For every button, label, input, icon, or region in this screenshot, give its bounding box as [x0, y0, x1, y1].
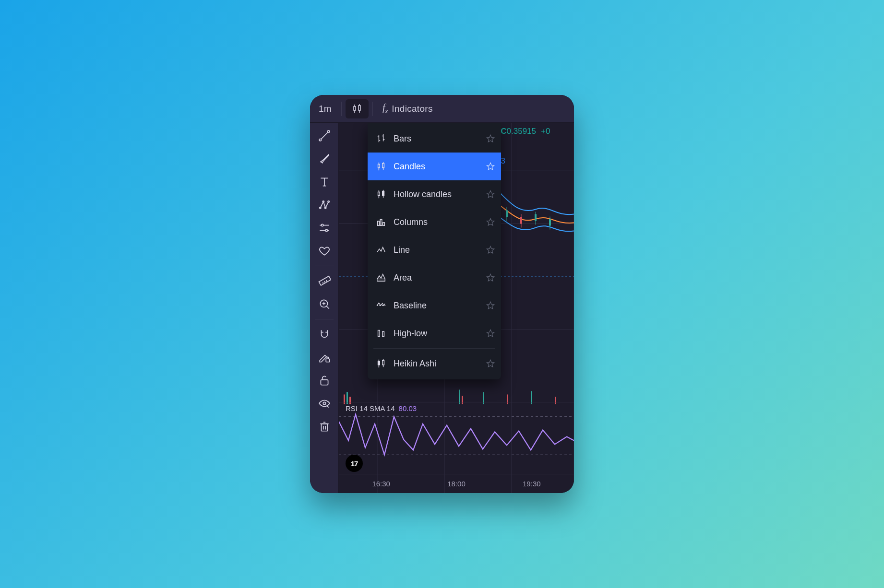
- trash-tool[interactable]: [313, 415, 335, 437]
- text-icon: [318, 176, 331, 188]
- svg-point-7: [327, 130, 329, 132]
- svg-rect-31: [321, 380, 328, 385]
- svg-rect-1: [354, 106, 356, 110]
- text-tool[interactable]: [313, 171, 335, 193]
- menu-label: Candles: [394, 162, 479, 172]
- chart-style-button[interactable]: [346, 99, 369, 118]
- menu-label: Bars: [394, 134, 479, 144]
- interval-button[interactable]: 1m: [313, 100, 337, 118]
- magnet-tool[interactable]: [313, 323, 335, 345]
- visibility-tool[interactable]: [313, 392, 335, 414]
- svg-line-22: [324, 281, 325, 282]
- time-axis: 16:30 18:00 19:30: [339, 474, 574, 493]
- svg-rect-64: [520, 217, 522, 224]
- toolstrip-divider: [315, 319, 334, 319]
- ruler-tool[interactable]: [313, 270, 335, 292]
- app-body: 35890 C0.35915 +0 9 0.35653: [310, 123, 574, 493]
- pencil-lock-tool[interactable]: [313, 346, 335, 368]
- svg-rect-62: [506, 210, 508, 217]
- menu-item-candles[interactable]: Candles: [368, 153, 501, 180]
- brush-icon: [318, 153, 331, 165]
- menu-item-hollow-candles[interactable]: Hollow candles: [368, 180, 501, 208]
- menu-label: Hollow candles: [394, 189, 479, 200]
- svg-point-17: [321, 224, 323, 226]
- menu-item-heikin-ashi[interactable]: Heikin Ashi: [368, 350, 501, 377]
- menu-item-line[interactable]: Line: [368, 236, 501, 264]
- ruler-icon: [318, 275, 331, 287]
- svg-rect-66: [535, 214, 537, 221]
- favorite-toggle[interactable]: [486, 273, 495, 282]
- menu-item-columns[interactable]: Columns: [368, 208, 501, 236]
- menu-item-baseline[interactable]: Baseline: [368, 292, 501, 319]
- menu-item-area[interactable]: Area: [368, 264, 501, 292]
- line-icon: [375, 245, 387, 255]
- menu-item-high-low[interactable]: High-low: [368, 319, 501, 347]
- menu-label: Line: [394, 245, 479, 255]
- svg-rect-89: [378, 221, 380, 225]
- svg-rect-101: [382, 361, 384, 365]
- menu-item-bars[interactable]: Bars: [368, 125, 501, 153]
- favorite-toggle[interactable]: [486, 134, 495, 143]
- area-icon: [375, 272, 387, 283]
- indicators-button[interactable]: fx Indicators: [377, 98, 439, 119]
- favorite-toggle[interactable]: [486, 359, 495, 368]
- eye-icon: [318, 397, 331, 410]
- menu-label: High-low: [394, 329, 479, 339]
- svg-rect-96: [382, 331, 384, 336]
- chart-style-menu: Bars Candles Hollow candles Columns: [368, 123, 501, 379]
- svg-point-32: [323, 402, 325, 404]
- favorite-toggle[interactable]: [486, 162, 495, 171]
- chart-area[interactable]: 35890 C0.35915 +0 9 0.35653: [339, 123, 574, 493]
- heart-icon: [318, 245, 331, 257]
- tradingview-badge[interactable]: 17: [346, 455, 363, 472]
- lock-open-icon: [318, 374, 331, 387]
- menu-label: Baseline: [394, 301, 479, 311]
- brush-tool[interactable]: [313, 148, 335, 170]
- rsi-panel: RSI 14 SMA 14 80.03: [339, 402, 574, 474]
- svg-rect-33: [321, 424, 327, 431]
- zoom-tool[interactable]: [313, 293, 335, 315]
- candles-icon: [375, 161, 387, 172]
- svg-rect-87: [382, 191, 384, 196]
- pattern-tool[interactable]: [313, 194, 335, 216]
- svg-rect-78: [378, 164, 380, 167]
- svg-rect-98: [378, 361, 380, 365]
- svg-line-21: [322, 282, 323, 283]
- high-low-icon: [375, 328, 387, 339]
- toolbar-divider: [372, 102, 373, 116]
- columns-icon: [375, 217, 387, 227]
- toolstrip-divider: [315, 266, 334, 266]
- left-toolstrip: [310, 123, 339, 493]
- favorites-tool[interactable]: [313, 240, 335, 262]
- candles-icon: [351, 103, 363, 115]
- annotate-tool[interactable]: [313, 217, 335, 239]
- svg-line-8: [321, 132, 327, 139]
- favorite-toggle[interactable]: [486, 301, 495, 310]
- svg-point-19: [325, 229, 327, 231]
- favorite-toggle[interactable]: [486, 329, 495, 338]
- rsi-value: 80.03: [399, 404, 417, 412]
- pattern-icon: [318, 199, 331, 211]
- svg-rect-4: [358, 106, 360, 110]
- svg-rect-95: [378, 330, 380, 337]
- favorite-toggle[interactable]: [486, 245, 495, 255]
- rsi-legend: RSI 14 SMA 14 80.03: [346, 404, 417, 412]
- favorite-toggle[interactable]: [486, 217, 495, 227]
- app-window: 1m fx Indicators: [310, 95, 574, 493]
- heikin-ashi-icon: [375, 358, 387, 369]
- bars-icon: [375, 133, 387, 144]
- svg-line-25: [326, 306, 329, 308]
- crosshair-tool[interactable]: [313, 125, 335, 147]
- hollow-candles-icon: [375, 189, 387, 200]
- legend-value-c: 0.35915: [507, 127, 536, 136]
- menu-label: Area: [394, 273, 479, 283]
- indicators-label: Indicators: [392, 104, 432, 114]
- favorite-toggle[interactable]: [486, 189, 495, 199]
- lock-tool[interactable]: [313, 369, 335, 391]
- magnet-icon: [318, 328, 331, 341]
- time-tick: 19:30: [523, 480, 541, 488]
- menu-label: Heikin Ashi: [394, 359, 479, 369]
- interval-label: 1m: [319, 104, 332, 114]
- svg-rect-30: [326, 359, 330, 362]
- pencil-lock-icon: [318, 351, 331, 364]
